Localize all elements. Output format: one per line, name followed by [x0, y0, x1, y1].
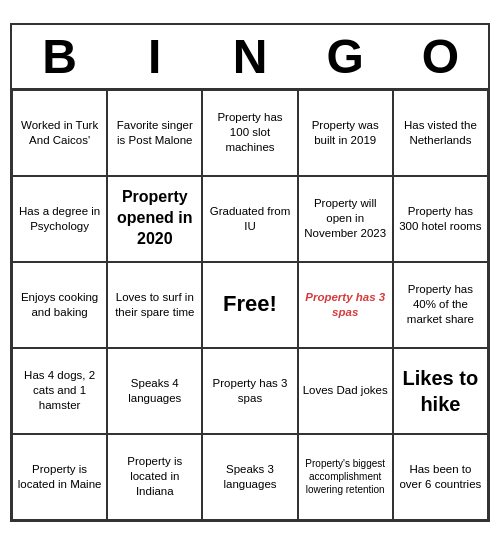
- bingo-cell-15: Has 4 dogs, 2 cats and 1 hamster: [12, 348, 107, 434]
- bingo-cell-1: Favorite singer is Post Malone: [107, 90, 202, 176]
- bingo-cell-8: Property will open in November 2023: [298, 176, 393, 262]
- bingo-cell-10: Enjoys cooking and baking: [12, 262, 107, 348]
- bingo-cell-22: Speaks 3 languages: [202, 434, 297, 520]
- bingo-cell-14: Property has 40% of the market share: [393, 262, 488, 348]
- bingo-cell-4: Has visted the Netherlands: [393, 90, 488, 176]
- bingo-cell-20: Property is located in Maine: [12, 434, 107, 520]
- bingo-card: BINGO Worked in Turk And Caicos'Favorite…: [10, 23, 490, 522]
- bingo-letter-i: I: [107, 25, 202, 90]
- bingo-cell-13: Property has 3 spas: [298, 262, 393, 348]
- bingo-cell-17: Property has 3 spas: [202, 348, 297, 434]
- bingo-cell-9: Property has 300 hotel rooms: [393, 176, 488, 262]
- bingo-letter-b: B: [12, 25, 107, 90]
- bingo-cell-21: Property is located in Indiana: [107, 434, 202, 520]
- bingo-letter-g: G: [298, 25, 393, 90]
- bingo-cell-5: Has a degree in Psychology: [12, 176, 107, 262]
- bingo-cell-11: Loves to surf in their spare time: [107, 262, 202, 348]
- bingo-cell-18: Loves Dad jokes: [298, 348, 393, 434]
- bingo-grid: Worked in Turk And Caicos'Favorite singe…: [12, 90, 488, 520]
- bingo-cell-2: Property has 100 slot machines: [202, 90, 297, 176]
- bingo-cell-16: Speaks 4 languages: [107, 348, 202, 434]
- bingo-letter-o: O: [393, 25, 488, 90]
- bingo-cell-6: Property opened in 2020: [107, 176, 202, 262]
- bingo-cell-3: Property was built in 2019: [298, 90, 393, 176]
- bingo-cell-23: Property's biggest accomplishment loweri…: [298, 434, 393, 520]
- bingo-cell-7: Graduated from IU: [202, 176, 297, 262]
- bingo-cell-19: Likes to hike: [393, 348, 488, 434]
- bingo-letter-n: N: [202, 25, 297, 90]
- bingo-cell-12: Free!: [202, 262, 297, 348]
- bingo-header: BINGO: [12, 25, 488, 90]
- bingo-cell-24: Has been to over 6 countries: [393, 434, 488, 520]
- bingo-cell-0: Worked in Turk And Caicos': [12, 90, 107, 176]
